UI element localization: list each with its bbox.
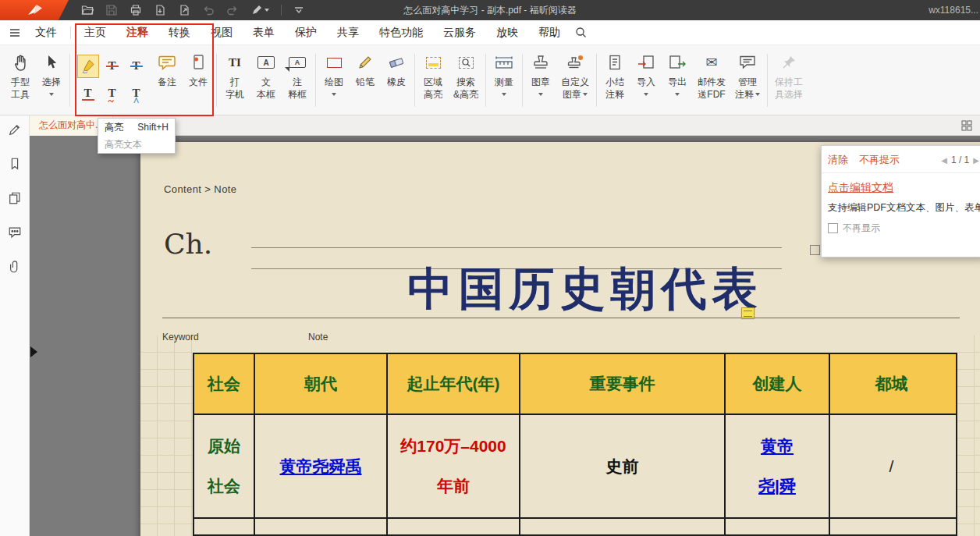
tool-label: 自定义 [561,76,589,88]
select-tool-button[interactable]: 选择 [36,48,67,113]
sidebar-expand-handle[interactable] [30,346,37,357]
underline-tool-icon[interactable] [77,82,99,105]
prev-page-icon[interactable]: ◀ [941,156,947,165]
tab-protect[interactable]: 保护 [285,20,327,45]
tab-layout-grid-icon[interactable] [961,120,972,131]
summary-page-icon [607,49,623,76]
tab-convert[interactable]: 转换 [158,20,201,45]
print-button[interactable] [130,4,142,16]
next-page-icon[interactable]: ▶ [973,156,979,165]
tool-label: 注释 [605,88,624,101]
founder-link[interactable]: 尧|舜 [758,475,796,497]
founder-link[interactable]: 黄帝 [761,435,794,457]
tool-label: 高亮 [424,88,442,101]
dynasty-link[interactable]: 黄帝尧舜禹 [280,456,362,477]
import-comments-tool-button[interactable]: 导入 [630,48,662,113]
keep-tool-selected-button[interactable]: 保持工 具选择 [770,48,808,113]
redo-button[interactable] [226,4,239,16]
cell-society: 原始 社会 [194,415,254,517]
dropdown-arrow-icon [265,9,269,12]
tool-label: 送FDF [698,88,725,101]
hamburger-menu-icon[interactable] [9,28,20,37]
dropdown-arrow-icon [675,93,680,96]
comments-panel-icon[interactable] [8,225,22,240]
account-name[interactable]: wx118615... [929,5,978,16]
tab-cloud[interactable]: 云服务 [433,20,486,45]
tool-label: &高亮 [453,88,478,101]
cell-period: 约170万–4000 年前 [386,415,519,517]
cell-founder: 黄帝 尧|舜 [724,415,829,517]
menu-file[interactable]: 文件 [25,20,67,45]
hand-icon [12,49,29,76]
measure-tool-button[interactable]: 测量 [488,48,520,113]
callout-icon [289,49,306,76]
ribbon-divider [596,54,597,107]
ribbon-divider [414,54,415,107]
highlight-tool-icon[interactable] [77,55,99,78]
notebook-grid-right [957,335,980,536]
eraser-tool-button[interactable]: 橡皮 [381,48,412,113]
tab-features[interactable]: 特色功能 [369,20,433,45]
note-bubble-icon [158,49,176,76]
pages-panel-icon[interactable] [8,191,22,205]
tab-present[interactable]: 放映 [486,20,528,45]
callout-tool-button[interactable]: 注 释框 [282,48,313,113]
area-highlight-tool-button[interactable]: 区域 高亮 [417,48,449,113]
menu-item-highlight-text[interactable]: 高亮文本 [98,136,175,153]
area-highlight-icon [426,49,441,76]
tab-share[interactable]: 共享 [327,20,369,45]
typewriter-tool-button[interactable]: 打 字机 [219,48,250,113]
search-icon[interactable] [575,27,587,38]
export-pdf-button[interactable] [154,4,166,16]
highlight-dropdown-menu: 高亮 Shift+H 高亮文本 [98,118,176,154]
replace-text-tool-icon[interactable] [126,55,147,78]
email-fdf-tool-button[interactable]: 邮件发 送FDF [693,48,730,113]
dont-remind-link[interactable]: 不再提示 [859,153,900,167]
dont-show-checkbox[interactable] [828,223,838,233]
tab-form[interactable]: 表单 [243,20,285,45]
hand-tool-button[interactable]: 手型 工具 [5,48,36,113]
annotations-panel-icon[interactable] [8,122,22,137]
sticky-note-annotation-icon[interactable] [741,307,755,318]
pencil-tool-button[interactable]: 铅笔 [350,48,381,113]
dont-show-label[interactable]: 不再显示 [843,222,880,235]
open-file-button[interactable] [81,4,94,16]
stamp-tool-button[interactable]: 图章 [525,48,556,113]
tool-label: 邮件发 [698,76,726,88]
bookmarks-panel-icon[interactable] [8,157,22,171]
tool-label: 注 [293,76,302,88]
ruled-line [251,247,782,248]
cell-text: 史前 [606,456,639,477]
export-comments-tool-button[interactable]: 导出 [662,48,693,113]
create-pdf-button[interactable] [178,4,190,16]
save-button[interactable] [105,4,118,16]
tool-label: 本框 [257,88,275,101]
inline-edit-icon[interactable] [810,245,820,255]
attachments-panel-icon[interactable] [8,260,22,274]
tab-help[interactable]: 帮助 [528,20,570,45]
search-highlight-tool-button[interactable]: 搜索 &高亮 [449,48,483,113]
custom-stamp-tool-button[interactable]: 自定义 图章 [556,48,594,113]
menu-item-highlight[interactable]: 高亮 Shift+H [98,119,175,136]
edit-document-link[interactable]: 点击编辑文档 [828,181,893,195]
tab-home[interactable]: 主页 [74,20,116,45]
squiggly-underline-tool-icon[interactable] [101,82,123,105]
tool-label: 管理 [738,76,757,88]
tool-label: 字机 [225,88,244,101]
insert-text-tool-icon[interactable] [126,82,147,105]
menu-divider [70,27,71,39]
tab-view[interactable]: 视图 [201,20,243,45]
summarize-comments-tool-button[interactable]: 小结 注释 [599,48,630,113]
textbox-tool-button[interactable]: 文 本框 [250,48,282,113]
clear-link[interactable]: 清除 [828,153,848,167]
file-attach-tool-button[interactable]: 文件 [183,48,214,113]
popup-description: 支持编辑PDF文档文本、图片、表单 [828,201,979,215]
note-tool-button[interactable]: 备注 [151,48,183,113]
drawing-tool-button[interactable]: 绘图 [318,48,350,113]
strikeout-tool-icon[interactable] [101,55,123,78]
tab-comment[interactable]: 注释 [116,20,158,45]
highlighter-qat-button[interactable] [250,4,269,16]
undo-button[interactable] [202,4,215,16]
qat-customize-chevron[interactable] [293,6,304,14]
manage-comments-tool-button[interactable]: 管理 注释 [730,48,765,113]
